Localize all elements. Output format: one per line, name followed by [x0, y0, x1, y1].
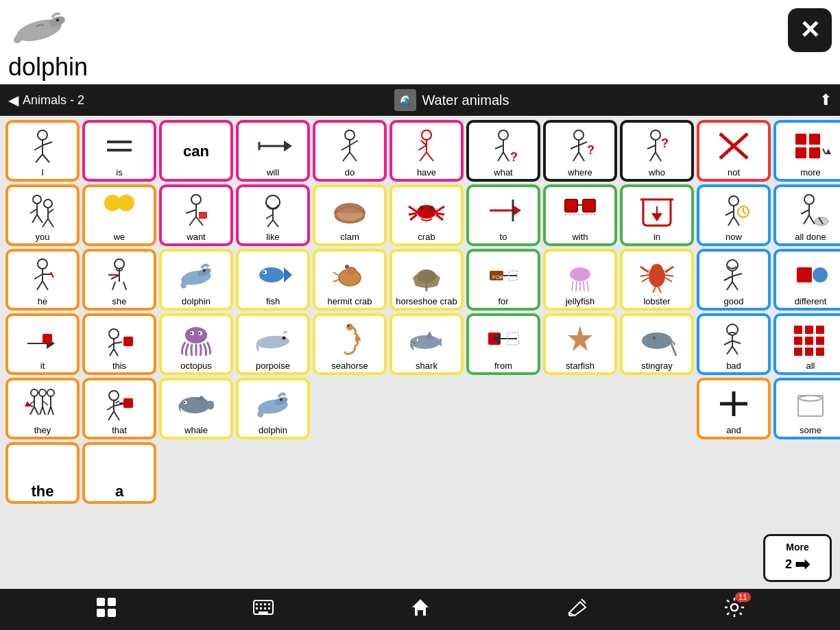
cell-is[interactable]: is [82, 120, 156, 182]
svg-point-214 [39, 389, 46, 396]
cell-what[interactable]: ? what [466, 120, 540, 182]
svg-line-161 [724, 276, 732, 280]
dolphin-cell-label: dolphin [182, 297, 211, 306]
svg-line-153 [642, 278, 649, 282]
svg-marker-12 [284, 141, 292, 152]
cell-he[interactable]: he [5, 249, 80, 311]
svg-line-157 [653, 287, 656, 293]
this-icon [86, 319, 152, 360]
hermit-crab-icon [317, 254, 383, 295]
cell-can[interactable]: can [159, 120, 233, 182]
cell-stingray[interactable]: stingray [620, 313, 694, 375]
you-icon [10, 190, 75, 231]
cell-some[interactable]: some [773, 378, 840, 439]
cell-porpoise[interactable]: porpoise [236, 313, 310, 375]
cell-jellyfish[interactable]: jellyfish [543, 249, 617, 311]
cell-bad[interactable]: bad [697, 313, 771, 375]
settings-badge: 11 [735, 592, 750, 602]
back-button[interactable]: ◀ Animals - 2 [8, 92, 84, 108]
cell-octopus[interactable]: octopus [159, 313, 233, 375]
cell-will[interactable]: will [236, 120, 310, 182]
svg-point-266 [731, 604, 738, 611]
svg-point-185 [348, 324, 350, 326]
more-button[interactable]: More 2 ➡ [763, 534, 832, 582]
cell-all[interactable]: all [773, 313, 840, 375]
svg-rect-208 [805, 337, 813, 345]
pencil-button[interactable] [566, 596, 588, 623]
cell-like[interactable]: like [236, 184, 310, 246]
cell-all-done[interactable]: all done [773, 184, 840, 246]
cell-we[interactable]: we [82, 184, 156, 246]
grid-row-5: they that whale dolphin [5, 378, 835, 439]
cell-the[interactable]: the [5, 442, 80, 504]
cell-not[interactable]: not [697, 120, 771, 182]
svg-line-8 [43, 142, 52, 145]
svg-point-188 [416, 339, 417, 341]
cell-now[interactable]: now [697, 184, 771, 246]
cell-good[interactable]: good [697, 249, 771, 311]
keyboard-button[interactable] [252, 596, 274, 623]
cell-fish[interactable]: fish [236, 249, 310, 311]
svg-rect-48 [809, 134, 820, 145]
settings-button[interactable]: 11 [723, 596, 745, 623]
cell-it[interactable]: it [5, 313, 80, 375]
cell-in[interactable]: in [620, 184, 694, 246]
starfish-icon [547, 319, 613, 360]
cell-hermit-crab[interactable]: hermit crab [313, 249, 387, 311]
cell-you[interactable]: you [5, 184, 80, 246]
svg-point-181 [199, 332, 201, 334]
cell-from[interactable]: from [466, 313, 540, 375]
cell-where[interactable]: ? where [543, 120, 617, 182]
cell-crab[interactable]: crab [389, 184, 464, 246]
svg-line-30 [503, 152, 509, 161]
cell-who[interactable]: ? who [620, 120, 694, 182]
cell-do[interactable]: do [313, 120, 387, 182]
cell-seahorse[interactable]: seahorse [313, 313, 387, 375]
cell-have[interactable]: have [389, 120, 464, 182]
cell-clam[interactable]: clam [313, 184, 387, 246]
cell-a[interactable]: a [82, 442, 156, 504]
cell-this[interactable]: this [82, 313, 156, 375]
cell-to[interactable]: to [466, 184, 540, 246]
with-label: with [572, 232, 588, 242]
cell-dolphin2[interactable]: dolphin [236, 378, 310, 439]
svg-point-39 [651, 130, 660, 140]
svg-line-151 [640, 267, 649, 272]
cell-that[interactable]: that [82, 378, 156, 439]
nav-center: 🌊 Water animals [84, 89, 819, 111]
share-button[interactable]: ⬆ [819, 91, 832, 109]
svg-line-56 [32, 215, 37, 223]
like-icon [240, 190, 306, 231]
svg-text:?: ? [587, 143, 595, 157]
cell-dolphin[interactable]: dolphin [159, 249, 233, 311]
cell-for[interactable]: FOR: for [466, 249, 540, 311]
symbol-grid: I is can will do [0, 116, 840, 508]
cell-I[interactable]: I [5, 120, 80, 182]
cell-horseshoe-crab[interactable]: horseshoe crab [389, 249, 464, 311]
cell-lobster[interactable]: lobster [620, 249, 694, 311]
grid-view-button[interactable] [95, 596, 117, 623]
cell-and[interactable]: and [697, 378, 771, 439]
from-icon [470, 319, 536, 360]
close-button[interactable]: ✕ [788, 8, 832, 52]
svg-rect-204 [794, 326, 802, 334]
cell-more[interactable]: more [773, 120, 840, 182]
cell-different[interactable]: different [773, 249, 840, 311]
svg-line-28 [495, 145, 503, 149]
more-icon [778, 125, 840, 167]
cell-starfish[interactable]: starfish [543, 313, 617, 375]
cell-they[interactable]: they [5, 378, 80, 439]
cell-whale[interactable]: whale [159, 378, 233, 439]
svg-line-84 [410, 215, 417, 220]
dolphin-icon [163, 254, 229, 295]
cell-with[interactable]: with [543, 184, 617, 246]
grid-row-3: he she dolphin fish hermit crab [5, 249, 835, 311]
home-button[interactable] [409, 596, 431, 623]
cell-want[interactable]: want [159, 184, 233, 246]
cell-shark[interactable]: shark [389, 313, 464, 375]
bad-label: bad [726, 361, 741, 371]
svg-line-174 [114, 349, 118, 356]
and-label: and [726, 426, 741, 435]
empty-cell-1 [313, 378, 387, 439]
cell-she[interactable]: she [82, 249, 156, 311]
